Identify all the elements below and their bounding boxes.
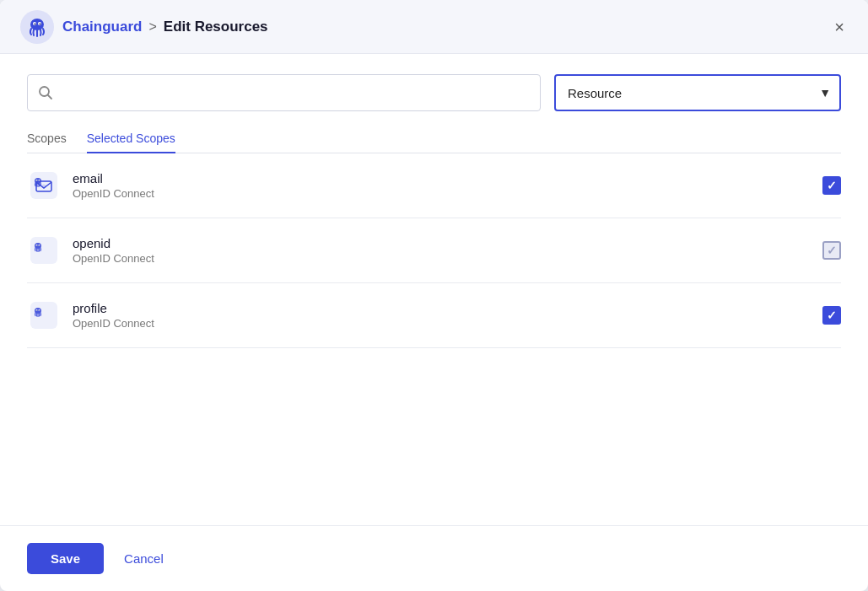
search-input[interactable] [53, 86, 530, 99]
search-icon [38, 85, 53, 100]
filter-row: Resource ▼ [27, 74, 841, 111]
checkmark-email: ✓ [827, 180, 837, 191]
save-button[interactable]: Save [27, 543, 104, 574]
breadcrumb-separator: > [148, 19, 156, 35]
checkbox-email-box[interactable]: ✓ [822, 176, 841, 195]
tab-selected-scopes[interactable]: Selected Scopes [87, 125, 175, 153]
svg-point-19 [36, 245, 37, 246]
checkbox-email[interactable]: ✓ [822, 176, 841, 195]
page-title: Edit Resources [164, 19, 268, 35]
resource-select[interactable]: Resource [554, 74, 841, 111]
scope-text-email: email OpenID Connect [73, 171, 822, 200]
svg-point-14 [39, 180, 40, 181]
svg-rect-21 [30, 302, 57, 329]
svg-rect-15 [30, 237, 57, 264]
scope-icon-openid [27, 234, 61, 267]
svg-point-1 [30, 19, 44, 30]
svg-point-13 [36, 180, 37, 181]
scope-list: email OpenID Connect ✓ [27, 153, 841, 505]
tab-scopes[interactable]: Scopes [27, 125, 67, 153]
close-button[interactable]: × [831, 15, 848, 39]
scope-item-openid: openid OpenID Connect ✓ [27, 218, 841, 283]
scope-text-profile: profile OpenID Connect [73, 301, 822, 330]
checkbox-openid[interactable]: ✓ [822, 241, 841, 260]
header: Chainguard > Edit Resources × [0, 0, 868, 54]
scope-item-email: email OpenID Connect ✓ [27, 153, 841, 218]
svg-point-9 [42, 185, 46, 189]
modal: Chainguard > Edit Resources × Resource ▼ [0, 0, 868, 591]
brand-logo[interactable]: Chainguard [20, 10, 142, 44]
svg-point-25 [36, 310, 37, 311]
chainguard-logo-icon [20, 10, 54, 44]
scope-item-profile: profile OpenID Connect ✓ [27, 283, 841, 348]
body: Resource ▼ Scopes Selected Scopes [0, 54, 868, 525]
scope-icon-email [27, 169, 61, 202]
tabs: Scopes Selected Scopes [27, 125, 841, 153]
checkbox-openid-box[interactable]: ✓ [822, 241, 841, 260]
checkmark-openid: ✓ [827, 244, 837, 256]
scope-text-openid: openid OpenID Connect [73, 236, 822, 265]
footer: Save Cancel [0, 525, 868, 591]
resource-select-wrapper: Resource ▼ [554, 74, 841, 111]
cancel-button[interactable]: Cancel [117, 543, 170, 574]
checkbox-profile-box[interactable]: ✓ [822, 306, 841, 325]
svg-point-5 [40, 23, 41, 24]
search-wrapper [27, 74, 541, 111]
checkbox-profile[interactable]: ✓ [822, 306, 841, 325]
svg-point-20 [39, 245, 40, 246]
svg-point-26 [39, 310, 40, 311]
scope-icon-profile [27, 298, 61, 332]
brand-name: Chainguard [62, 19, 142, 35]
svg-point-6 [40, 87, 49, 96]
checkmark-profile: ✓ [827, 309, 837, 321]
svg-point-4 [35, 23, 36, 24]
